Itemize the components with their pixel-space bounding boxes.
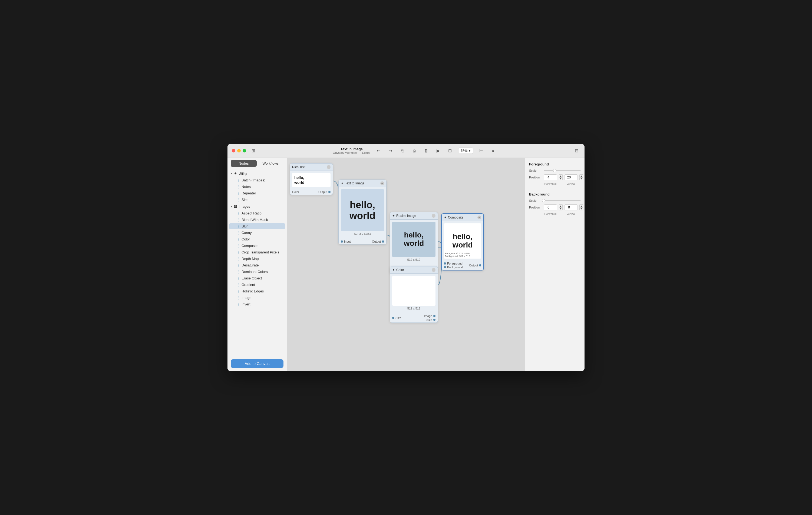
bg-horizontal-input[interactable] [544,205,557,210]
bg-vertical-label: Vertical [564,213,578,216]
node-rich-text-footer: Color Output [290,189,333,195]
sidebar-item-blend-with-mask[interactable]: ⋮ Blend With Mask [229,217,285,223]
tab-nodes[interactable]: Nodes [231,160,257,167]
node-text-to-image[interactable]: ✦ Text to Image − hello, world 6783 x 67… [338,180,386,244]
sidebar-item-desaturate[interactable]: ⋮ Desaturate [229,262,285,268]
node-icon: ⋮ [237,238,240,241]
maximize-button[interactable] [243,149,246,153]
node-resize-image[interactable]: ✦ Resize Image − hello, world 512 x 512 [390,212,438,274]
node-type-icon: ✦ [392,268,395,272]
delete-button[interactable]: 🗑 [423,147,430,155]
bg-vertical-input[interactable] [564,205,578,210]
sidebar-item-aspect-ratio[interactable]: ⋮ Aspect Ratio [229,210,285,216]
sidebar-item-invert[interactable]: ⋮ Invert [229,301,285,307]
item-label: Batch (Images) [241,178,265,182]
item-label: Invert [241,302,251,306]
input-port-dot [341,240,343,243]
right-panel: Foreground Scale Position ▲ ▼ ▲ [525,158,584,371]
sidebar-item-canny[interactable]: ⋮ Canny [229,229,285,236]
sidebar-item-depth-map[interactable]: ⋮ Depth Map [229,255,285,262]
composite-output-port: Output [469,264,481,267]
node-text-to-image-header: ✦ Text to Image − [339,180,386,187]
node-minimize-btn[interactable]: − [380,182,384,185]
section-images[interactable]: ▾ 🖼 Images [228,203,287,210]
fg-scale-slider[interactable] [544,170,581,171]
paste-button[interactable]: ⎙ [411,147,418,155]
sidebar-item-dominant-colors[interactable]: ⋮ Dominant Colors [229,269,285,275]
fg-h-decrement[interactable]: ▼ [559,178,562,180]
fit-button[interactable]: ⊡ [446,147,454,155]
node-minimize-btn[interactable]: − [327,165,330,169]
item-label: Gradient [241,283,255,287]
sidebar-item-repeater[interactable]: ⋮ Repeater [229,190,285,196]
position-label: Position [529,206,542,209]
port-dot [392,317,395,319]
canvas-area[interactable]: Rich Text − hello, world Color Out [287,158,525,371]
resize-content: hello, world [404,231,424,248]
sidebar-item-gradient[interactable]: ⋮ Gradient [229,281,285,288]
node-type-icon: ✦ [444,216,446,219]
bg-scale-slider[interactable] [544,200,581,201]
tti-input-port: Input [341,240,351,243]
node-icon: ⋮ [237,283,240,287]
sidebar-item-blur[interactable]: ⋮ Blur [229,223,285,229]
run-button[interactable]: ▶ [434,147,442,155]
sidebar-item-image[interactable]: ⋮ Image [229,295,285,301]
section-utility[interactable]: ▾ ✦ Utility [228,170,287,177]
more-button[interactable]: » [489,147,497,155]
sidebar-item-size[interactable]: ⋮ Size [229,196,285,203]
sidebar-item-erase-object[interactable]: ⋮ Erase Object [229,275,285,281]
rich-text-line2: world [294,180,328,185]
bg-scale-row: Scale [529,199,581,202]
node-icon: ⋮ [237,198,240,202]
bg-label: Background [447,266,463,269]
node-minimize-btn[interactable]: − [477,216,481,219]
sidebar-item-holistic-edges[interactable]: ⋮ Holistic Edges [229,288,285,294]
undo-button[interactable]: ↩ [375,147,382,155]
minimize-button[interactable] [237,149,241,153]
node-icon: ⋮ [237,244,240,248]
app-title-sub: Odyssey Workflow — Edited [333,151,370,154]
item-label: Dominant Colors [241,270,268,274]
composite-title: Composite [448,216,463,219]
node-rich-text[interactable]: Rich Text − hello, world Color Out [290,163,333,195]
tab-workflows[interactable]: Workflows [258,160,284,167]
fg-h-increment[interactable]: ▲ [559,174,562,178]
position-label: Position [529,176,542,179]
node-icon: ⋮ [237,290,240,293]
add-to-canvas-button[interactable]: Add to Canvas [231,359,284,368]
text-to-image-title: Text to Image [345,182,364,185]
titlebar: ⊞ Text in Image Odyssey Workflow — Edite… [228,144,584,158]
sidebar-item-notes[interactable]: ⋮ Notes [229,184,285,190]
sidebar-item-composite[interactable]: ⋮ Composite [229,243,285,249]
node-color[interactable]: ✦ Color − 512 x 512 Size [390,266,438,323]
sidebar-toggle-left[interactable]: ⊞ [250,147,257,155]
bg-h-increment[interactable]: ▲ [559,205,562,208]
fg-vertical-input[interactable] [564,174,578,180]
bg-v-decrement[interactable]: ▼ [579,208,583,210]
node-minimize-btn[interactable]: − [432,214,435,218]
item-label: Erase Object [241,276,262,280]
fg-v-increment[interactable]: ▲ [579,174,583,178]
fg-v-decrement[interactable]: ▼ [579,178,583,180]
close-button[interactable] [232,149,235,153]
node-icon: ⋮ [237,270,240,274]
copy-button[interactable]: ⎘ [399,147,406,155]
node-composite[interactable]: ✦ Composite − hello, world Foreground: 6… [441,213,484,271]
sidebar-item-crop-transparent[interactable]: ⋮ Crop Transparent Pixels [229,249,285,255]
redo-button[interactable]: ↪ [387,147,395,155]
sidebar-item-color[interactable]: ⋮ Color [229,236,285,242]
zoom-selector[interactable]: 75% ▾ [458,147,473,154]
bg-v-increment[interactable]: ▲ [579,205,583,208]
images-icon: 🖼 [233,205,237,209]
align-button[interactable]: ⊢ [477,147,485,155]
rich-text-line1: hello, [294,175,328,180]
bg-position-row: Position ▲ ▼ ▲ ▼ [529,205,581,210]
sidebar-item-batch-images[interactable]: ⋮ Batch (Images) [229,177,285,183]
background-section-title: Background [529,192,581,196]
node-type-icon: ✦ [392,214,395,218]
fg-horizontal-input[interactable] [544,174,557,180]
inspector-toggle[interactable]: ⊟ [573,147,580,155]
bg-h-decrement[interactable]: ▼ [559,208,562,210]
node-minimize-btn[interactable]: − [432,268,435,272]
